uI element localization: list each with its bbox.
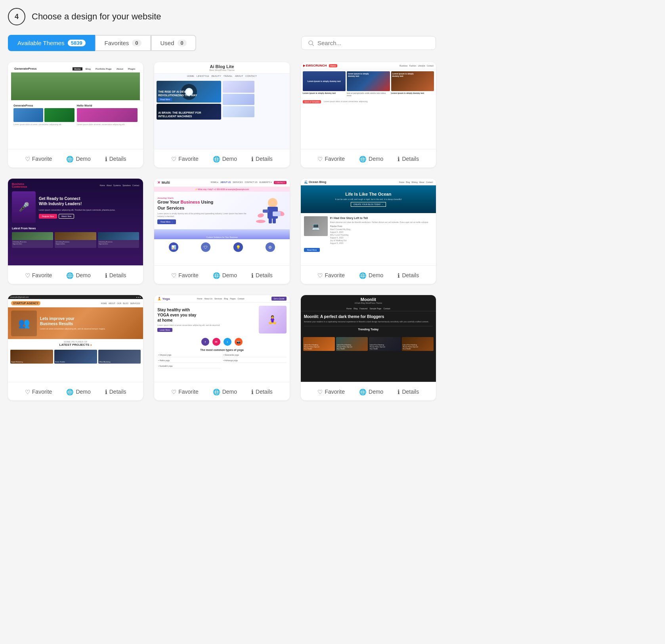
theme-actions-newscrunch: ♡ Favorite 🌐 Demo ℹ Details (301, 149, 436, 168)
theme-actions-bizconf: ♡ Favorite 🌐 Demo ℹ Details (8, 266, 143, 284)
favorite-button-generatepress[interactable]: ♡ Favorite (23, 154, 55, 164)
svg-rect-4 (263, 210, 269, 213)
favorite-button-newscrunch[interactable]: ♡ Favorite (315, 154, 347, 164)
info-icon: ℹ (251, 156, 254, 162)
globe-icon: 🌐 (213, 389, 220, 395)
globe-icon: 🌐 (213, 272, 220, 278)
tab-used[interactable]: Used 0 (151, 35, 196, 51)
tab-available-themes[interactable]: Available Themes 5839 (8, 35, 95, 51)
globe-icon: 🌐 (66, 272, 74, 278)
details-label: Details (109, 272, 126, 278)
info-icon: ℹ (397, 156, 400, 162)
globe-icon: 🌐 (359, 389, 367, 395)
demo-label: Demo (222, 389, 237, 395)
theme-actions-yoga: ♡ Favorite 🌐 Demo ℹ Details (154, 382, 289, 400)
step-number: 4 (8, 8, 25, 25)
details-button-bizconf[interactable]: ℹ Details (103, 271, 129, 280)
favorite-label: Favorite (32, 156, 52, 162)
details-button-oceanblog[interactable]: ℹ Details (395, 271, 421, 280)
favorite-label: Favorite (178, 272, 199, 278)
toolbar: Available Themes 5839 Favorites 0 Used 0 (8, 35, 436, 51)
favorite-button-moonlit[interactable]: ♡ Favorite (315, 387, 347, 396)
heart-icon: ♡ (317, 389, 323, 395)
demo-label: Demo (76, 272, 90, 278)
theme-actions-moonlit: ♡ Favorite 🌐 Demo ℹ Details (301, 382, 436, 400)
theme-card-moonlit: Moonlit A Dark Blog WordPress Theme Home… (301, 295, 436, 400)
page-header: 4 Choose a design for your website (8, 8, 436, 25)
heart-icon: ♡ (25, 156, 30, 162)
theme-actions-oceanblog: ♡ Favorite 🌐 Demo ℹ Details (301, 266, 436, 284)
favorite-button-aiblog[interactable]: ♡ Favorite (169, 154, 201, 164)
favorite-button-startup[interactable]: ♡ Favorite (23, 387, 55, 396)
theme-card-multi: ✕ Multi HOME ▾ABOUT USSERVICESCONTACT US… (154, 179, 289, 284)
favorite-label: Favorite (325, 156, 345, 162)
details-label: Details (402, 389, 419, 395)
theme-card-startup: example@gmail.com ● ● ● STARTUP AGENCY H… (8, 295, 143, 400)
details-label: Details (402, 156, 419, 162)
theme-preview-aiblog: Ai Blog Lite Best WordPress Theme HOMELI… (154, 62, 289, 149)
heart-icon: ♡ (25, 389, 30, 395)
favorite-label: Favorite (325, 272, 345, 278)
demo-label: Demo (222, 272, 237, 278)
svg-line-1 (312, 44, 314, 46)
favorite-button-bizconf[interactable]: ♡ Favorite (23, 271, 55, 280)
demo-button-moonlit[interactable]: 🌐 Demo (357, 387, 386, 396)
svg-rect-5 (269, 217, 272, 223)
theme-card-newscrunch: ▶ EWSCRUNCH Demo BusinessFashionLifestyl… (301, 62, 436, 168)
demo-button-yoga[interactable]: 🌐 Demo (210, 387, 239, 396)
themes-grid: GeneratePress HomeBlogPortfolio PageAbou… (8, 62, 436, 400)
details-button-startup[interactable]: ℹ Details (103, 387, 129, 396)
info-icon: ℹ (105, 272, 107, 278)
used-count-badge: 0 (178, 40, 187, 46)
demo-button-newscrunch[interactable]: 🌐 Demo (357, 154, 386, 164)
details-label: Details (256, 389, 273, 395)
demo-button-bizconf[interactable]: 🌐 Demo (64, 271, 93, 280)
heart-icon: ♡ (317, 156, 323, 162)
page-title: Choose a design for your website (32, 11, 161, 22)
demo-button-oceanblog[interactable]: 🌐 Demo (357, 271, 386, 280)
demo-label: Demo (369, 389, 383, 395)
favorite-label: Favorite (178, 389, 199, 395)
theme-preview-multi: ✕ Multi HOME ▾ABOUT USSERVICESCONTACT US… (154, 179, 289, 266)
globe-icon: 🌐 (213, 156, 220, 162)
svg-rect-9 (273, 211, 281, 216)
theme-preview-bizconf: BusinessConference HomeAboutSystemsSpeak… (8, 179, 143, 266)
details-button-multi[interactable]: ℹ Details (249, 271, 275, 280)
info-icon: ℹ (251, 272, 254, 278)
favorite-label: Favorite (178, 156, 199, 162)
theme-card-generatepress: GeneratePress HomeBlogPortfolio PageAbou… (8, 62, 143, 168)
available-count-badge: 5839 (68, 40, 86, 46)
heart-icon: ♡ (171, 156, 176, 162)
demo-label: Demo (369, 156, 383, 162)
theme-card-oceanblog: 🌊 Ocean Blog HomeBlogWritingAboutContact… (301, 179, 436, 284)
demo-label: Demo (369, 272, 383, 278)
demo-label: Demo (76, 389, 90, 395)
details-button-yoga[interactable]: ℹ Details (249, 387, 275, 396)
globe-icon: 🌐 (66, 156, 74, 162)
theme-preview-oceanblog: 🌊 Ocean Blog HomeBlogWritingAboutContact… (301, 179, 436, 266)
tab-available-label: Available Themes (17, 40, 65, 46)
theme-preview-moonlit: Moonlit A Dark Blog WordPress Theme Home… (301, 295, 436, 382)
demo-button-aiblog[interactable]: 🌐 Demo (210, 154, 239, 164)
details-button-generatepress[interactable]: ℹ Details (103, 154, 129, 164)
details-button-aiblog[interactable]: ℹ Details (249, 154, 275, 164)
theme-actions-multi: ♡ Favorite 🌐 Demo ℹ Details (154, 266, 289, 284)
favorite-button-yoga[interactable]: ♡ Favorite (169, 387, 201, 396)
favorite-button-multi[interactable]: ♡ Favorite (169, 271, 201, 280)
search-icon (308, 40, 314, 46)
demo-button-multi[interactable]: 🌐 Demo (210, 271, 239, 280)
theme-preview-newscrunch: ▶ EWSCRUNCH Demo BusinessFashionLifestyl… (301, 62, 436, 149)
details-label: Details (256, 156, 273, 162)
details-button-moonlit[interactable]: ℹ Details (395, 387, 421, 396)
search-input[interactable] (317, 40, 429, 46)
details-button-newscrunch[interactable]: ℹ Details (395, 154, 421, 164)
svg-point-7 (257, 213, 264, 218)
tab-favorites[interactable]: Favorites 0 (95, 35, 151, 51)
info-icon: ℹ (397, 272, 400, 278)
demo-button-generatepress[interactable]: 🌐 Demo (64, 154, 93, 164)
info-icon: ℹ (105, 156, 107, 162)
tab-group: Available Themes 5839 Favorites 0 Used 0 (8, 35, 196, 51)
demo-button-startup[interactable]: 🌐 Demo (64, 387, 93, 396)
favorite-button-oceanblog[interactable]: ♡ Favorite (315, 271, 347, 280)
favorite-label: Favorite (32, 389, 52, 395)
